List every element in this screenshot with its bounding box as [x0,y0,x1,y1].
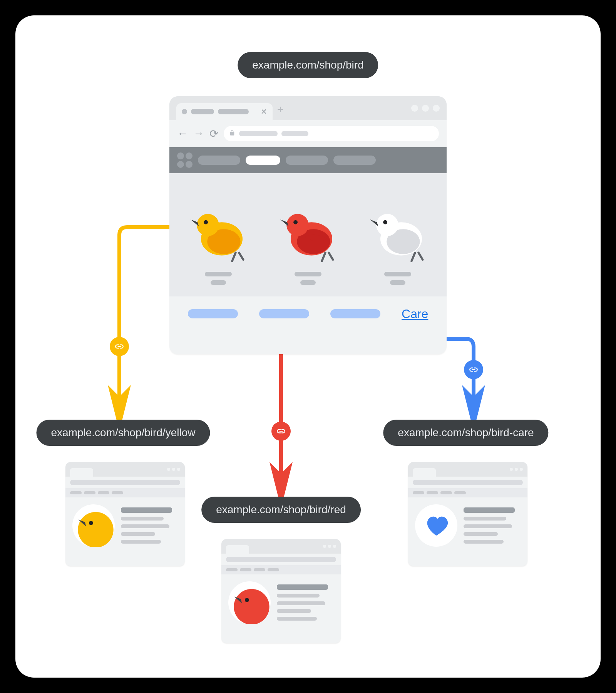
diagram-canvas: example.com/shop/bird example.com/shop/b… [15,15,601,678]
browser-tab[interactable]: ✕ [176,103,273,120]
link-icon [110,337,129,356]
svg-point-10 [377,214,399,236]
product-card-red[interactable] [273,199,343,285]
product-title-placeholder [384,272,411,276]
address-bar[interactable] [224,126,439,141]
nav-item[interactable] [333,156,376,165]
back-icon[interactable]: ← [177,127,188,140]
product-grid [169,173,447,296]
lock-icon [229,130,235,137]
product-card-white[interactable] [363,199,432,285]
product-title-placeholder [205,272,232,276]
product-price-placeholder [300,280,316,285]
site-logo-icon[interactable] [177,152,192,168]
tab-title-placeholder [218,109,249,114]
mini-page-care [408,462,527,566]
svg-point-3 [204,220,208,224]
nav-item[interactable] [286,156,328,165]
new-tab-icon[interactable]: + [277,103,283,116]
tab-title-placeholder [191,109,214,114]
link-icon [271,422,291,441]
svg-point-15 [245,598,249,602]
product-price-placeholder [211,280,226,285]
mini-page-yellow [65,462,185,566]
svg-point-2 [197,214,219,236]
bird-icon-white [363,199,432,268]
content-lines [464,507,521,544]
heart-avatar [415,504,457,547]
bird-icon-yellow [184,199,253,268]
mini-page-red [221,539,341,643]
footer-links: Care [169,296,447,331]
svg-point-7 [293,220,298,224]
product-card-yellow[interactable] [184,199,253,285]
reload-icon[interactable]: ⟳ [209,127,218,140]
care-link[interactable]: Care [402,307,428,321]
bird-avatar-yellow [72,504,115,547]
bird-icon-red [273,199,343,268]
svg-point-6 [286,214,309,236]
product-price-placeholder [390,280,405,285]
link-icon [464,360,483,379]
url-pill-root: example.com/shop/bird [238,52,378,78]
browser-window-main: ✕ + ← → ⟳ [169,96,447,354]
svg-point-12 [78,512,113,547]
url-pill-yellow: example.com/shop/bird/yellow [36,420,210,446]
url-placeholder [281,131,308,136]
browser-toolbar: ← → ⟳ [169,120,447,147]
content-lines [121,507,178,544]
tab-bar: ✕ + [169,96,447,120]
svg-point-14 [234,589,269,624]
product-title-placeholder [295,272,321,276]
favicon-placeholder [182,109,187,114]
footer-link[interactable] [330,309,380,318]
nav-item[interactable] [198,156,240,165]
url-pill-red: example.com/shop/bird/red [201,497,361,523]
window-controls[interactable] [411,105,440,112]
forward-icon[interactable]: → [193,127,204,140]
svg-point-11 [383,220,388,224]
svg-point-13 [89,521,93,525]
url-pill-care: example.com/shop/bird-care [383,420,548,446]
footer-link[interactable] [188,309,238,318]
site-navbar [169,147,447,173]
close-tab-icon[interactable]: ✕ [261,107,267,116]
nav-item-active[interactable] [246,156,280,165]
footer-link[interactable] [259,309,309,318]
content-lines [277,584,334,621]
bird-avatar-red [228,581,271,624]
url-placeholder [239,131,278,136]
